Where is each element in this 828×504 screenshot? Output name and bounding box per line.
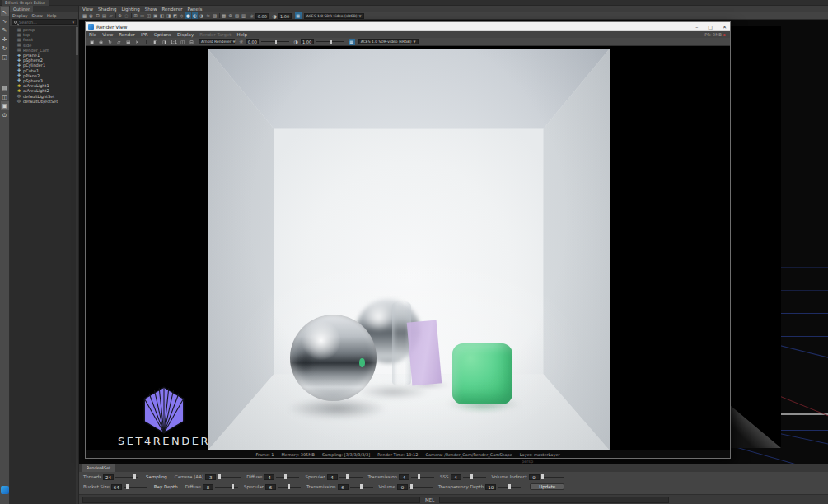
rotate-tool-icon[interactable]: ↻ bbox=[1, 44, 9, 53]
outliner-item[interactable]: ◍ defaultObjectSet bbox=[10, 99, 78, 104]
exposure-icon[interactable]: ☼ bbox=[239, 39, 243, 44]
slider-handle[interactable] bbox=[346, 474, 349, 479]
select-camera-icon[interactable]: ▦ bbox=[82, 12, 87, 19]
maya-logo-icon[interactable] bbox=[1, 486, 9, 494]
textured-mode-icon[interactable]: ▧ bbox=[234, 12, 240, 19]
zoom-tool-icon[interactable]: ⊙ bbox=[1, 110, 9, 119]
slider-handle[interactable] bbox=[508, 484, 511, 489]
slider[interactable] bbox=[276, 474, 299, 479]
scrollbar-thumb[interactable] bbox=[76, 27, 78, 55]
render-view-menu-item[interactable]: Display bbox=[177, 32, 194, 37]
color-management-icon[interactable]: ▦ bbox=[295, 12, 302, 19]
minimize-button[interactable]: – bbox=[695, 22, 698, 31]
ao-icon[interactable]: ◑ bbox=[199, 12, 204, 19]
safe-action-icon[interactable]: ◨ bbox=[166, 12, 171, 19]
keep-image-icon[interactable]: ◫ bbox=[179, 38, 186, 45]
renderer-dropdown[interactable]: Arnold Renderer ▼ bbox=[199, 39, 235, 44]
redo-render-icon[interactable]: ↻ bbox=[106, 38, 114, 45]
viewport-gamma-value[interactable]: 1.00 bbox=[278, 13, 292, 19]
slider[interactable] bbox=[411, 474, 434, 479]
slider-handle[interactable] bbox=[410, 484, 413, 489]
gamma-slider[interactable] bbox=[316, 39, 344, 44]
grid-icon[interactable]: ⊞ bbox=[133, 12, 138, 19]
gamma-icon[interactable]: ◑ bbox=[272, 13, 276, 19]
one-to-one-icon[interactable]: 1:1 bbox=[170, 38, 177, 45]
color-management-icon[interactable]: ▦ bbox=[349, 39, 355, 45]
outliner-search-box[interactable]: ▾ bbox=[12, 19, 77, 25]
save-image-icon[interactable]: ▤ bbox=[124, 38, 132, 45]
image-plane-icon[interactable]: ▱ bbox=[108, 12, 114, 19]
frame-all-icon[interactable]: ◇ bbox=[179, 12, 185, 19]
xray-icon[interactable]: ▥ bbox=[241, 12, 246, 19]
object-mode-icon[interactable]: ▤ bbox=[1, 83, 9, 92]
gamma-value[interactable]: 1.00 bbox=[301, 39, 314, 44]
gamma-icon[interactable]: ◑ bbox=[293, 39, 297, 44]
slider[interactable] bbox=[498, 484, 521, 489]
resolution-gate-icon[interactable]: ◫ bbox=[146, 12, 152, 19]
bookmarks-icon[interactable]: ▤ bbox=[101, 12, 107, 19]
outliner-menu-item[interactable]: Show bbox=[31, 13, 43, 18]
separator[interactable] bbox=[218, 12, 220, 19]
viewport-menu-item[interactable]: Shading bbox=[98, 7, 116, 12]
separator[interactable] bbox=[115, 12, 116, 19]
outliner-menu-item[interactable]: Help bbox=[47, 13, 56, 18]
render-view-menu-item[interactable]: View bbox=[102, 32, 113, 37]
slider[interactable] bbox=[218, 474, 241, 479]
paint-select-tool-icon[interactable]: ✎ bbox=[1, 26, 9, 35]
exposure-value[interactable]: 0.00 bbox=[246, 39, 259, 44]
command-input[interactable] bbox=[82, 497, 420, 503]
update-button[interactable]: Update bbox=[530, 483, 564, 490]
open-image-icon[interactable]: ▱ bbox=[115, 38, 123, 45]
slider[interactable] bbox=[339, 474, 363, 479]
outliner-search-input[interactable] bbox=[19, 20, 72, 25]
slider-handle[interactable] bbox=[288, 484, 290, 489]
separator[interactable] bbox=[143, 38, 150, 45]
shaded-mode-icon[interactable]: ⊚ bbox=[227, 12, 233, 19]
slider-handle[interactable] bbox=[133, 474, 136, 479]
viewport-menu-item[interactable]: Renderer bbox=[161, 7, 182, 12]
rgb-channels-icon[interactable]: ◧ bbox=[152, 38, 159, 45]
remove-kept-image-icon[interactable]: ⊟ bbox=[188, 38, 195, 45]
component-mode-icon[interactable]: ◫ bbox=[1, 92, 9, 101]
viewport-menu-item[interactable]: Panels bbox=[188, 7, 203, 12]
tab-bifrost-graph-editor[interactable]: Bifrost Graph Editor bbox=[2, 0, 49, 6]
lighting-icon[interactable]: ● bbox=[185, 12, 191, 19]
lock-camera-icon[interactable]: ◉ bbox=[88, 12, 94, 19]
shadows-icon[interactable]: ◐ bbox=[192, 12, 198, 19]
slider[interactable] bbox=[541, 474, 564, 479]
remove-image-icon[interactable]: ✕ bbox=[133, 38, 141, 45]
oversampling-icon[interactable]: ◌ bbox=[124, 12, 129, 19]
viewport-menu-item[interactable]: View bbox=[82, 7, 93, 12]
camera-attributes-icon[interactable]: ⊡ bbox=[95, 12, 101, 19]
render-view-menu-item[interactable]: Options bbox=[154, 32, 171, 37]
slider-handle[interactable] bbox=[284, 474, 287, 479]
safe-title-icon[interactable]: ◩ bbox=[172, 12, 178, 19]
slider[interactable] bbox=[124, 484, 147, 489]
viewport-exposure-value[interactable]: 0.00 bbox=[255, 13, 269, 19]
slider-handle[interactable] bbox=[232, 484, 234, 489]
ipr-render-icon[interactable]: ◉ bbox=[97, 38, 105, 45]
outliner-scrollbar[interactable] bbox=[76, 26, 78, 504]
alpha-channel-icon[interactable]: ◨ bbox=[161, 38, 168, 45]
outliner-menu-item[interactable]: Display bbox=[12, 13, 27, 18]
2d-pan-zoom-icon[interactable]: ⊕ bbox=[117, 12, 123, 19]
gate-mask-icon[interactable]: ▣ bbox=[152, 12, 158, 19]
slider-handle[interactable] bbox=[541, 474, 544, 479]
slider-handle[interactable] bbox=[360, 484, 363, 489]
multisample-icon[interactable]: ▨ bbox=[212, 12, 218, 19]
slider-handle[interactable] bbox=[218, 474, 221, 479]
move-tool-icon[interactable]: ✛ bbox=[1, 35, 9, 44]
last-tool-icon[interactable]: ▣ bbox=[1, 101, 9, 110]
slider[interactable] bbox=[278, 484, 301, 489]
slider[interactable] bbox=[115, 474, 138, 479]
render-view-menu-item[interactable]: File bbox=[89, 32, 96, 37]
motion-blur-icon[interactable]: ≋ bbox=[205, 12, 211, 19]
filter-icon[interactable]: ▾ bbox=[72, 20, 74, 25]
render-icon[interactable]: ▣ bbox=[88, 38, 96, 45]
command-results[interactable] bbox=[439, 497, 669, 503]
exposure-slider[interactable] bbox=[261, 39, 289, 44]
render-view-menu-item[interactable]: Help bbox=[237, 32, 248, 37]
slider[interactable] bbox=[215, 484, 238, 489]
viewport-menu-item[interactable]: Show bbox=[145, 7, 157, 12]
close-button[interactable]: ✕ bbox=[723, 22, 727, 31]
